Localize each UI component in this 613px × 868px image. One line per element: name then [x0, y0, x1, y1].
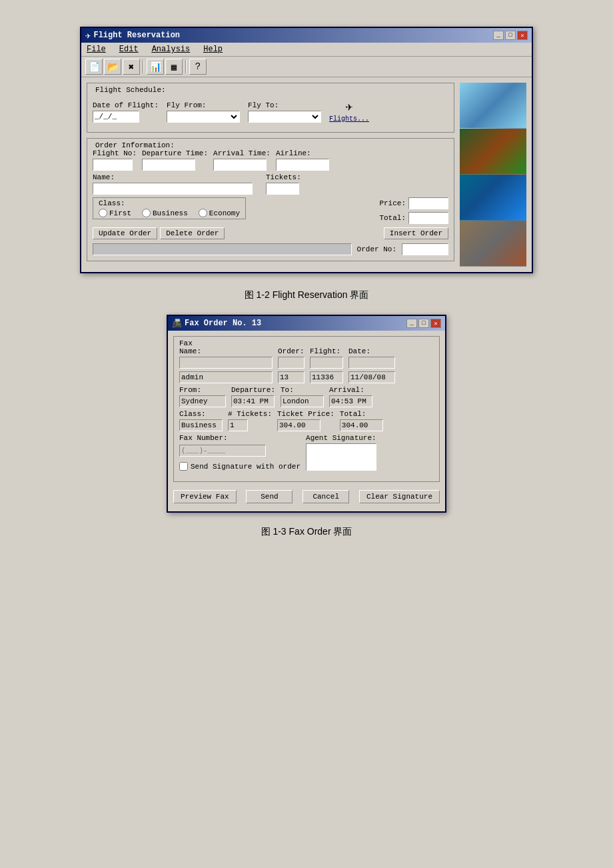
fax-dep-label: Departure:: [231, 386, 275, 394]
fax-class-input[interactable]: [179, 419, 223, 431]
economy-class-radio[interactable]: [199, 209, 207, 217]
airline-label: Airline:: [276, 149, 329, 157]
send-sig-checkbox[interactable]: [179, 462, 188, 471]
fax-order-field: Order:: [278, 347, 305, 369]
name-field: Name:: [93, 173, 253, 195]
fax-order-input[interactable]: [278, 357, 305, 369]
fax-close-button[interactable]: ✕: [430, 319, 441, 328]
send-button[interactable]: Send: [246, 490, 293, 503]
fax-date-field: Date:: [348, 347, 395, 369]
new-button[interactable]: 📄: [85, 59, 103, 75]
airline-input[interactable]: [276, 159, 329, 171]
arr-time-input[interactable]: [213, 159, 267, 171]
chart-button[interactable]: 📊: [147, 59, 164, 75]
close-button[interactable]: ✕: [517, 31, 528, 40]
tickets-group: Tickets:: [266, 173, 301, 195]
fax-tickets-input[interactable]: [228, 419, 248, 431]
order-info-section: Order Information: Flight No: Departure …: [87, 138, 454, 261]
side-image: [460, 83, 526, 267]
fax-minimize-button[interactable]: _: [406, 319, 417, 328]
flight-no-field: Flight No:: [93, 149, 137, 171]
delete-order-button[interactable]: Delete Order: [160, 227, 225, 239]
name-input[interactable]: [93, 183, 253, 195]
update-order-button[interactable]: Update Order: [93, 227, 157, 239]
fly-to-select[interactable]: [248, 111, 321, 123]
class-legend: Class:: [99, 199, 240, 207]
cancel-button[interactable]: Cancel: [303, 490, 349, 503]
fax-class-field: Class:: [179, 410, 223, 431]
flights-button[interactable]: ✈ Flights...: [329, 99, 369, 123]
fax-tickets-field: # Tickets:: [228, 410, 272, 431]
open-button[interactable]: 📂: [104, 59, 121, 75]
delete-button[interactable]: ✖: [123, 59, 140, 75]
fax-flight-input[interactable]: [310, 357, 343, 369]
fax-restore-button[interactable]: □: [418, 319, 429, 328]
order-row-1: Flight No: Departure Time: Arrival Time:…: [93, 149, 448, 171]
order-no-input[interactable]: [402, 243, 448, 255]
fax-window-title: Fax Order No. 13: [185, 319, 261, 328]
menu-edit[interactable]: Edit: [117, 44, 141, 55]
action-row: Update Order Delete Order Insert Order: [93, 227, 448, 239]
radio-group: First Business Economy: [99, 209, 240, 217]
fax-class-label: Class:: [179, 410, 223, 418]
grid-button[interactable]: ▦: [165, 59, 183, 75]
fax-dep-input[interactable]: [231, 395, 275, 407]
fax-order-value[interactable]: [278, 371, 305, 383]
dep-time-input[interactable]: [142, 159, 195, 171]
insert-order-button[interactable]: Insert Order: [384, 227, 448, 239]
flight-no-input[interactable]: [93, 159, 133, 171]
fax-app-icon: 📠: [172, 319, 182, 329]
fax-to-label: To:: [281, 386, 324, 394]
order-no-label: Order No:: [357, 245, 396, 253]
date-input[interactable]: [93, 111, 139, 123]
fax-arr-input[interactable]: [329, 395, 372, 407]
menu-help[interactable]: Help: [201, 44, 225, 55]
arr-time-label: Arrival Time:: [213, 149, 271, 157]
flight-caption: 图 1-2 Flight Reservation 界面: [245, 289, 369, 301]
first-class-radio[interactable]: [99, 209, 107, 217]
toolbar-separator: [143, 60, 144, 73]
order-info-legend: Order Information:: [93, 141, 448, 149]
fax-order-window: 📠 Fax Order No. 13 _ □ ✕ Fax Name: Order…: [167, 315, 446, 513]
date-field: Date of Flight:: [93, 101, 159, 123]
preview-fax-button[interactable]: Preview Fax: [173, 490, 237, 503]
business-class-radio[interactable]: [142, 209, 151, 217]
fax-flight-value[interactable]: [310, 371, 343, 383]
flight-schedule-section: Flight Schedule: Date of Flight: Fly Fro…: [87, 83, 454, 133]
fax-date-input[interactable]: [348, 357, 395, 369]
flights-icon: ✈: [346, 99, 353, 114]
fax-from-input[interactable]: [179, 395, 226, 407]
fax-number-input[interactable]: [179, 445, 266, 457]
flight-schedule-legend: Flight Schedule:: [93, 86, 448, 94]
fax-total-label: Total:: [340, 410, 383, 418]
fax-name-value[interactable]: [179, 371, 273, 383]
fax-total-field: Total:: [340, 410, 383, 431]
price-input[interactable]: [408, 197, 448, 209]
fax-flight-field: Flight:: [310, 347, 343, 369]
agent-signature-area[interactable]: [306, 443, 376, 471]
title-controls: _ □ ✕: [493, 31, 528, 40]
fax-date-label: Date:: [348, 347, 395, 355]
airline-field: Airline:: [276, 149, 329, 171]
fax-to-input[interactable]: [281, 395, 324, 407]
clear-signature-button[interactable]: Clear Signature: [359, 490, 440, 503]
total-input[interactable]: [408, 212, 448, 224]
tickets-input[interactable]: [266, 183, 299, 195]
minimize-button[interactable]: _: [493, 31, 504, 40]
fly-from-select[interactable]: [167, 111, 240, 123]
fax-name-field: Name:: [179, 347, 273, 369]
fly-to-label: Fly To:: [248, 101, 321, 109]
fax-price-input[interactable]: [277, 419, 320, 431]
menu-analysis[interactable]: Analysis: [149, 44, 193, 55]
fly-to-field: Fly To:: [248, 101, 321, 123]
total-label: Total:: [379, 214, 406, 222]
fax-date-value[interactable]: [348, 371, 395, 383]
fax-name-input[interactable]: [179, 357, 273, 369]
fax-price-field: Ticket Price:: [277, 410, 334, 431]
fax-total-input[interactable]: [340, 419, 383, 431]
fax-left-col: Fax Number: Send Signature with order: [179, 434, 301, 471]
help-button[interactable]: ?: [189, 59, 207, 75]
image-segment-3: [460, 175, 526, 221]
menu-file[interactable]: File: [84, 44, 109, 55]
restore-button[interactable]: □: [505, 31, 516, 40]
